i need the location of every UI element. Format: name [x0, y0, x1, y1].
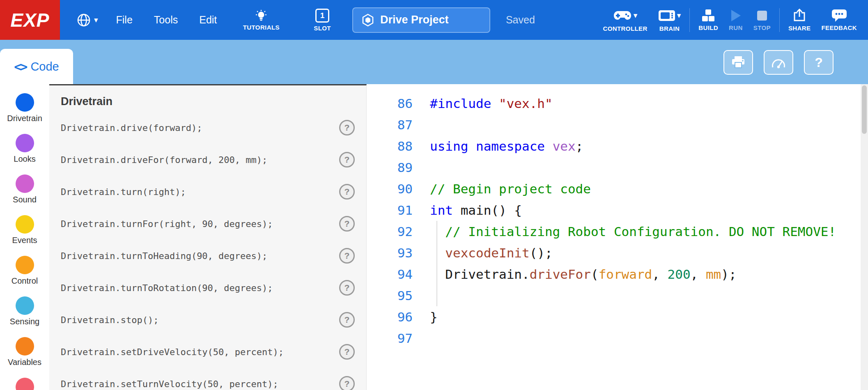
slot-number: 1: [320, 11, 325, 20]
command-help-button[interactable]: ?: [339, 280, 355, 296]
line-number: 89: [367, 160, 413, 175]
build-button[interactable]: BUILD: [693, 9, 723, 31]
line-number: 91: [367, 203, 413, 218]
code-editor[interactable]: 86 #include "vex.h" 87 88 using namespac…: [367, 84, 861, 390]
code-line: 95: [367, 285, 861, 306]
command-help-button[interactable]: ?: [339, 152, 355, 167]
command-row[interactable]: Drivetrain.setTurnVelocity(50, percent);…: [49, 368, 366, 390]
sidebar-category[interactable]: Control: [0, 256, 49, 296]
code-line: 96 }: [367, 306, 861, 328]
command-row[interactable]: Drivetrain.driveFor(forward, 200, mm); ?: [49, 144, 366, 176]
command-text[interactable]: Drivetrain.drive(forward);: [61, 123, 202, 133]
command-row[interactable]: Drivetrain.stop(); ?: [49, 304, 366, 336]
line-number: 87: [367, 117, 413, 132]
print-button[interactable]: [723, 50, 753, 75]
command-row[interactable]: Drivetrain.turnToRotation(90, degrees); …: [49, 272, 366, 304]
sidebar-category[interactable]: [0, 378, 49, 390]
command-help-button[interactable]: ?: [339, 120, 355, 135]
scrollbar-thumb[interactable]: [862, 85, 867, 134]
command-row[interactable]: Drivetrain.turn(right); ?: [49, 176, 366, 208]
category-color-dot[interactable]: [16, 337, 34, 356]
command-text[interactable]: Drivetrain.turnToHeading(90, degrees);: [61, 251, 267, 261]
help-button[interactable]: ?: [804, 50, 834, 75]
line-number: 97: [367, 331, 413, 346]
monitor-button[interactable]: [764, 50, 793, 75]
command-row[interactable]: Drivetrain.turnToHeading(90, degrees); ?: [49, 240, 366, 272]
run-button[interactable]: RUN: [723, 9, 748, 31]
play-icon: [730, 9, 742, 22]
code-line: 88 using namespace vex;: [367, 135, 861, 157]
category-label: Sensing: [10, 317, 39, 326]
category-color-dot[interactable]: [16, 256, 34, 274]
command-row[interactable]: Drivetrain.setDriveVelocity(50, percent)…: [49, 336, 366, 368]
code-line: 86 #include "vex.h": [367, 93, 861, 114]
category-color-dot[interactable]: [16, 134, 34, 152]
lightbulb-icon: [255, 9, 267, 22]
line-content: #include "vex.h": [430, 96, 553, 111]
sidebar-category[interactable]: Sound: [0, 174, 49, 215]
command-help-button[interactable]: ?: [339, 344, 355, 360]
category-label: Variables: [8, 358, 41, 367]
feedback-button[interactable]: FEEDBACK: [816, 9, 862, 31]
sidebar-category[interactable]: Variables: [0, 337, 49, 378]
chevron-down-icon: ▾: [94, 16, 98, 24]
line-number: 96: [367, 310, 413, 324]
command-row[interactable]: Drivetrain.turnFor(right, 90, degrees); …: [49, 208, 366, 240]
project-name-button[interactable]: Drive Project: [352, 7, 490, 33]
command-list: Drivetrain.drive(forward); ? Drivetrain.…: [49, 112, 366, 390]
tab-code[interactable]: <> Code: [0, 49, 73, 84]
category-color-dot[interactable]: [16, 93, 34, 112]
sidebar-category[interactable]: Sensing: [0, 296, 49, 337]
category-label: Drivetrain: [7, 114, 42, 123]
category-color-dot[interactable]: [16, 215, 34, 234]
command-text[interactable]: Drivetrain.setDriveVelocity(50, percent)…: [61, 347, 284, 357]
toolbar-divider: [779, 8, 780, 32]
command-help-button[interactable]: ?: [339, 216, 355, 232]
category-label: Events: [12, 236, 37, 245]
sidebar-category[interactable]: Events: [0, 215, 49, 256]
exp-logo: EXP: [0, 0, 60, 40]
command-row[interactable]: Drivetrain.drive(forward); ?: [49, 112, 366, 144]
category-label: Looks: [14, 154, 35, 164]
menu-edit[interactable]: Edit: [188, 14, 227, 26]
code-tab-label: Code: [30, 60, 59, 73]
menu-tools[interactable]: Tools: [143, 14, 188, 26]
tutorials-button[interactable]: TUTORIALS: [240, 9, 282, 31]
command-help-button[interactable]: ?: [339, 248, 355, 264]
code-brackets-icon: <>: [14, 60, 26, 74]
toolbar-divider: [689, 8, 690, 32]
command-text[interactable]: Drivetrain.turnFor(right, 90, degrees);: [61, 219, 273, 229]
line-number: 86: [367, 96, 413, 111]
category-color-dot[interactable]: [16, 378, 34, 390]
command-help-button[interactable]: ?: [339, 312, 355, 328]
controller-icon: [613, 9, 632, 22]
code-line: 97: [367, 328, 861, 349]
category-label: Control: [11, 276, 38, 286]
code-line: 92 // Initializing Robot Configuration. …: [367, 221, 861, 242]
category-color-dot[interactable]: [16, 174, 34, 193]
command-text[interactable]: Drivetrain.turnToRotation(90, degrees);: [61, 283, 273, 293]
share-button[interactable]: SHARE: [783, 9, 816, 32]
question-icon: ?: [815, 55, 823, 70]
category-color-dot[interactable]: [16, 296, 34, 315]
brain-button[interactable]: ▾ BRAIN: [653, 8, 687, 32]
command-text[interactable]: Drivetrain.driveFor(forward, 200, mm);: [61, 155, 267, 165]
command-text[interactable]: Drivetrain.turn(right);: [61, 187, 186, 197]
menu-file[interactable]: File: [106, 14, 143, 26]
line-content: using namespace vex;: [430, 139, 583, 154]
sidebar-category[interactable]: Drivetrain: [0, 93, 49, 134]
editor-scrollbar[interactable]: [861, 84, 868, 390]
controller-button[interactable]: ▾ CONTROLLER: [598, 8, 653, 32]
stop-button[interactable]: STOP: [748, 9, 776, 31]
line-content: // Initializing Robot Configuration. DO …: [430, 224, 836, 239]
command-text[interactable]: Drivetrain.stop();: [61, 315, 158, 325]
command-help-button[interactable]: ?: [339, 376, 355, 390]
command-text[interactable]: Drivetrain.setTurnVelocity(50, percent);: [61, 379, 278, 389]
slot-button[interactable]: 1 SLOT: [314, 9, 331, 32]
line-number: 90: [367, 181, 413, 196]
code-line: 94 Drivetrain.driveFor(forward, 200, mm)…: [367, 264, 861, 285]
language-menu-button[interactable]: ▾: [76, 13, 98, 28]
globe-icon: [76, 13, 91, 28]
sidebar-category[interactable]: Looks: [0, 134, 49, 174]
command-help-button[interactable]: ?: [339, 184, 355, 200]
